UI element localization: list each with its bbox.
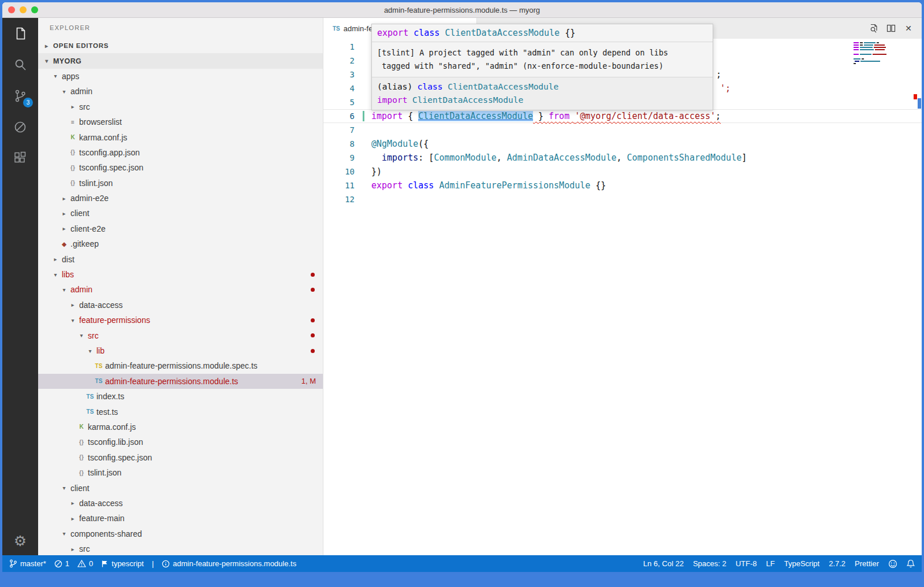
- tree-item-src[interactable]: ▸src: [38, 99, 323, 114]
- tree-file-tsconfig.spec.json[interactable]: {}tsconfig.spec.json: [38, 160, 323, 175]
- hover-alias-line: import ClientDataAccessModule: [377, 94, 707, 107]
- tree-item-admin[interactable]: ▾admin: [38, 282, 323, 297]
- code-line-12[interactable]: 12: [323, 192, 922, 206]
- code-line-9[interactable]: 9 imports: [CommonModule, AdminDataAcces…: [323, 151, 922, 165]
- tree-item-apps[interactable]: ▾apps: [38, 69, 323, 84]
- close-window-button[interactable]: [8, 6, 15, 13]
- feedback-smiley[interactable]: [888, 559, 897, 569]
- code-token: ,: [616, 153, 627, 163]
- tree-item-label: data-access: [79, 300, 122, 310]
- tree-item-admin[interactable]: ▾admin: [38, 84, 323, 99]
- problems-badge: 1, M: [301, 377, 316, 385]
- chevron-right-icon: ▸: [59, 210, 69, 217]
- open-changes-icon[interactable]: [866, 21, 881, 36]
- tree-file-tslint.json[interactable]: {}tslint.json: [38, 176, 323, 191]
- tree-file-index.ts[interactable]: TSindex.ts: [38, 389, 323, 404]
- error-count[interactable]: 1: [54, 559, 69, 568]
- tree-file-tsconfig.lib.json[interactable]: {}tsconfig.lib.json: [38, 434, 323, 449]
- extensions-icon[interactable]: [12, 150, 29, 167]
- source-control-icon[interactable]: 3: [12, 87, 29, 105]
- hover-message-line: [tslint] A project tagged with "admin" c…: [377, 46, 707, 60]
- split-editor-icon[interactable]: [884, 21, 899, 36]
- code-line-11[interactable]: 11export class AdminFeaturePermissionsMo…: [323, 179, 922, 192]
- tree-file-karma.conf.js[interactable]: Kkarma.conf.js: [38, 419, 323, 434]
- tree-item-client-e2e[interactable]: ▸client-e2e: [38, 221, 323, 236]
- tree-item-libs[interactable]: ▾libs: [38, 267, 323, 282]
- chevron-down-icon: ▾: [76, 332, 87, 339]
- search-icon[interactable]: [12, 56, 29, 73]
- code-line-10[interactable]: 10}): [323, 165, 922, 179]
- code-line-6[interactable]: 6import { ClientDataAccessModule } from …: [323, 109, 922, 123]
- hover-tslint-message: [tslint] A project tagged with "admin" c…: [372, 42, 713, 77]
- tree-file-.gitkeep[interactable]: ◆.gitkeep: [38, 236, 323, 251]
- tree-file-admin-feature-permissions.module.spec.ts[interactable]: TSadmin-feature-permissions.module.spec.…: [38, 358, 323, 373]
- line-number: 6: [323, 112, 355, 121]
- karma-file-icon: K: [76, 423, 87, 430]
- tree-file-test.ts[interactable]: TStest.ts: [38, 404, 323, 419]
- status-label: Ln 6, Col 22: [643, 559, 684, 568]
- tree-file-tsconfig.app.json[interactable]: {}tsconfig.app.json: [38, 145, 323, 160]
- tree-file-admin-feature-permissions.module.ts[interactable]: TSadmin-feature-permissions.module.ts1, …: [38, 374, 323, 389]
- tree-item-admin-e2e[interactable]: ▸admin-e2e: [38, 191, 323, 206]
- line-number: 10: [323, 167, 355, 176]
- code-token: }): [371, 166, 382, 177]
- tree-item-feature-permissions[interactable]: ▾feature-permissions: [38, 313, 323, 328]
- code-token: AdminFeaturePermissionsModule: [439, 180, 590, 191]
- cursor-position[interactable]: Ln 6, Col 22: [643, 559, 684, 568]
- json-file-icon: {}: [68, 165, 78, 171]
- minimize-window-button[interactable]: [20, 6, 27, 13]
- close-editor-icon[interactable]: ✕: [901, 21, 916, 36]
- tree-item-src[interactable]: ▾src: [38, 328, 323, 343]
- eol-status[interactable]: LF: [766, 559, 775, 568]
- chevron-down-icon: ▾: [50, 73, 61, 79]
- typescript-version[interactable]: 2.7.2: [829, 559, 845, 568]
- list-file-icon: ≡: [68, 119, 78, 125]
- tree-item-dist[interactable]: ▸dist: [38, 251, 323, 266]
- tree-item-lib[interactable]: ▾lib: [38, 343, 323, 358]
- warning-count[interactable]: 0: [77, 559, 93, 568]
- json-file-icon: {}: [76, 439, 87, 445]
- tree-item-src[interactable]: ▸src: [38, 541, 323, 555]
- zoom-window-button[interactable]: [31, 6, 38, 13]
- indentation-status[interactable]: Spaces: 2: [693, 559, 726, 568]
- warning-icon: [77, 560, 86, 567]
- tree-item-label: src: [79, 544, 90, 553]
- git-branch-status[interactable]: master*: [9, 559, 46, 568]
- tree-item-client[interactable]: ▾client: [38, 480, 323, 495]
- chevron-right-icon: ▸: [68, 302, 78, 308]
- language-mode[interactable]: TypeScript: [784, 559, 819, 568]
- tree-item-feature-main[interactable]: ▸feature-main: [38, 511, 323, 526]
- chevron-right-icon: ▸: [42, 43, 52, 49]
- code-line-content: }): [371, 166, 382, 177]
- tree-item-data-access[interactable]: ▸data-access: [38, 298, 323, 313]
- scm-badge: 3: [23, 98, 33, 107]
- chevron-down-icon: ▾: [50, 272, 61, 278]
- typescript-file-icon: TS: [333, 25, 340, 32]
- prettier-status[interactable]: Prettier: [855, 559, 879, 568]
- tree-file-tsconfig.spec.json[interactable]: {}tsconfig.spec.json: [38, 450, 323, 465]
- code-line-8[interactable]: 8@NgModule({: [323, 137, 922, 151]
- active-file-status[interactable]: admin-feature-permissions.module.ts: [162, 559, 296, 568]
- code-editor[interactable]: 123;4';56import { ClientDataAccessModule…: [323, 39, 922, 555]
- encoding-status[interactable]: UTF-8: [736, 559, 757, 568]
- tree-item-label: feature-main: [79, 514, 125, 523]
- tree-item-open-editors[interactable]: ▸OPEN EDITORS: [38, 38, 323, 53]
- tree-file-tslint.json[interactable]: {}tslint.json: [38, 465, 323, 480]
- tree-file-browserslist[interactable]: ≡browserslist: [38, 114, 323, 129]
- tree-item-client[interactable]: ▸client: [38, 206, 323, 221]
- code-line-7[interactable]: 7: [323, 123, 922, 137]
- minimap[interactable]: [852, 41, 891, 66]
- chevron-right-icon: ▸: [50, 256, 61, 262]
- explorer-icon[interactable]: [12, 25, 29, 42]
- settings-gear-icon[interactable]: ⚙: [14, 533, 27, 549]
- tree-item-components-shared[interactable]: ▾components-shared: [38, 526, 323, 541]
- notifications-bell[interactable]: [907, 559, 915, 568]
- tree-item-myorg[interactable]: ▾MYORG: [38, 53, 323, 68]
- debug-disabled-icon[interactable]: [12, 118, 29, 136]
- titlebar[interactable]: admin-feature-permissions.module.ts — my…: [2, 2, 922, 18]
- tree-file-karma.conf.js[interactable]: Kkarma.conf.js: [38, 129, 323, 144]
- tslint-status[interactable]: typescript: [101, 559, 144, 568]
- status-label: |: [152, 559, 154, 568]
- tree-item-data-access[interactable]: ▸data-access: [38, 496, 323, 511]
- info-icon: [162, 560, 170, 568]
